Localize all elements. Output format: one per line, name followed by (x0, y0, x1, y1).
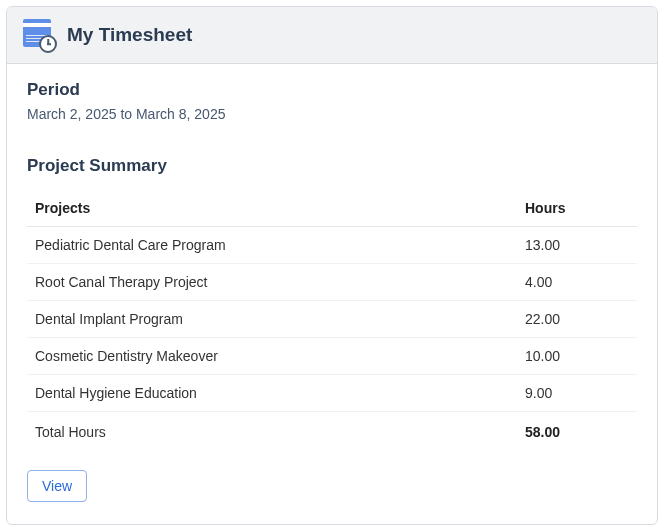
summary-title: Project Summary (27, 156, 637, 176)
period-value: March 2, 2025 to March 8, 2025 (27, 106, 637, 122)
project-hours: 10.00 (517, 338, 637, 375)
project-hours: 22.00 (517, 301, 637, 338)
table-row: Dental Implant Program 22.00 (27, 301, 637, 338)
card-title: My Timesheet (67, 24, 192, 46)
table-row: Root Canal Therapy Project 4.00 (27, 264, 637, 301)
project-name: Root Canal Therapy Project (27, 264, 517, 301)
project-hours: 13.00 (517, 227, 637, 264)
timesheet-card: My Timesheet Period March 2, 2025 to Mar… (6, 6, 658, 525)
card-header: My Timesheet (7, 7, 657, 64)
project-hours: 4.00 (517, 264, 637, 301)
table-row: Cosmetic Dentistry Makeover 10.00 (27, 338, 637, 375)
total-hours: 58.00 (517, 412, 637, 453)
total-row: Total Hours 58.00 (27, 412, 637, 453)
card-body: Period March 2, 2025 to March 8, 2025 Pr… (7, 64, 657, 524)
project-name: Cosmetic Dentistry Makeover (27, 338, 517, 375)
project-hours: 9.00 (517, 375, 637, 412)
table-row: Dental Hygiene Education 9.00 (27, 375, 637, 412)
project-name: Pediatric Dental Care Program (27, 227, 517, 264)
total-label: Total Hours (27, 412, 517, 453)
period-label: Period (27, 80, 637, 100)
view-button[interactable]: View (27, 470, 87, 502)
table-row: Pediatric Dental Care Program 13.00 (27, 227, 637, 264)
summary-table: Projects Hours Pediatric Dental Care Pro… (27, 190, 637, 452)
timesheet-icon (23, 19, 55, 51)
column-header-hours: Hours (517, 190, 637, 227)
column-header-projects: Projects (27, 190, 517, 227)
project-name: Dental Hygiene Education (27, 375, 517, 412)
project-name: Dental Implant Program (27, 301, 517, 338)
